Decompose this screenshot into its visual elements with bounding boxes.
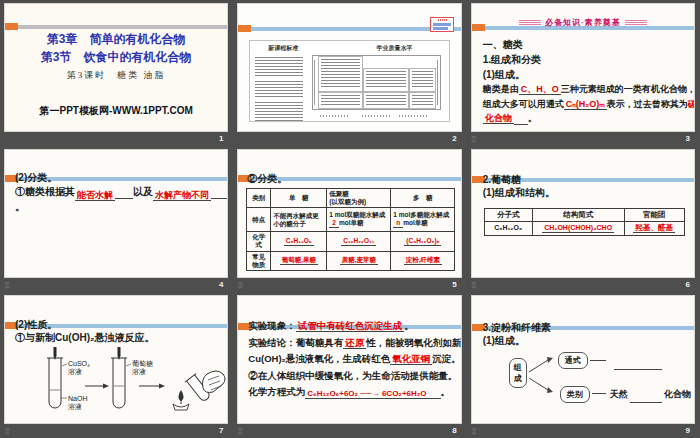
text-segment: 以及 (133, 186, 153, 197)
row-label: 常见物质 (247, 251, 271, 270)
heading-2: 1.组成和分类 (483, 53, 541, 67)
answer-fill: CH₂OH(CHOH)₄CHO (542, 224, 614, 232)
watermark-stamp-icon: ▒ (472, 426, 475, 436)
watermark-stamp-icon: ▒ (5, 280, 8, 290)
blank-line (115, 191, 133, 199)
chapter-title: 第3章 简单的有机化合物 (5, 31, 227, 48)
standards-table: 新课程标准 学业质量水平 (249, 40, 449, 122)
answer-fill: 葡萄糖,果糖 (280, 257, 318, 265)
axis-label (399, 115, 429, 117)
matrix-cell (363, 68, 409, 92)
table-header: 多 糖 (391, 189, 455, 208)
heading-1: 一、糖类 (483, 38, 523, 52)
answer-fill: 蔗糖,麦芽糖 (340, 257, 378, 265)
body-line-1: 实验现象：试管中有砖红色沉淀生成。 (248, 320, 414, 333)
text-segment: 组成大多可以用通式 (483, 99, 564, 109)
table-cell: C₆H₁₂O₆ (271, 232, 327, 251)
body-line-5: 化学方程式为C₆H₁₂O₆+6O₂ ──→ 6CO₂+6H₂O。 (248, 386, 450, 399)
table-cell: C₁₂H₂₂O₁₁ (327, 232, 391, 251)
table-cell: 不能再水解成更小的糖分子 (271, 208, 327, 232)
note-callout-box (430, 17, 454, 32)
text-segment: mol单糖 (403, 219, 428, 226)
answer-fill: 碳水 (688, 99, 695, 109)
blank-line (630, 395, 662, 403)
slide-thumbnail-1[interactable]: 第3章 简单的有机化合物 第3节 饮食中的有机化合物 第3课时 糖类 油脂 第一… (0, 0, 233, 146)
branch-arrows (528, 354, 554, 396)
heading-1: 2.葡萄糖 (483, 173, 521, 187)
reagent-label: NaOH (68, 395, 87, 402)
leaf-text: 天然 (610, 388, 628, 401)
blank-line (211, 191, 228, 199)
accent-orange-block (238, 25, 251, 32)
matrix-cell (409, 92, 435, 109)
callout-title-line (438, 19, 448, 21)
reagent-label: CuSO₄ (68, 360, 90, 367)
answer-fill: 淀粉,纤维素 (404, 257, 442, 265)
heading-1: (2)分类。 (15, 171, 57, 185)
matrix-cell (363, 92, 409, 109)
table-cell: 羟基、醛基 (624, 222, 684, 236)
slide-3-canvas: 必备知识·素养奠基 一、糖类 1.组成和分类 (1)组成。 糖类是由C、H、O三… (471, 3, 695, 132)
callout-highlight-line (433, 23, 451, 26)
reagent-label: 溶液 (68, 403, 82, 411)
banner-title: 必备知识·素养奠基 (545, 18, 621, 27)
matrix-cell (318, 56, 363, 92)
slide-thumbnail-7[interactable]: (2)性质。 ①与新制Cu(OH)₂悬浊液反应。 CuSO₄ 溶液 NaOH 溶… (0, 292, 233, 438)
axis-label (320, 115, 348, 117)
text-segment: 。 (404, 320, 414, 331)
table-header: 官能团 (624, 209, 684, 222)
table-cell: 淀粉,纤维素 (391, 251, 455, 270)
quality-matrix (312, 55, 440, 110)
text-segment: 。 (528, 113, 537, 123)
row-label: 化学式 (247, 232, 271, 251)
table-header: 分子式 (484, 209, 532, 222)
text-segment: 沉淀。 (432, 353, 461, 364)
answer-fill: n (393, 220, 403, 228)
slide-8-canvas: 实验现象：试管中有砖红色沉淀生成。 实验结论：葡萄糖具有还原性，能被弱氧化剂如新… (237, 295, 461, 424)
page-number: 1 (219, 133, 223, 145)
axis-label (362, 115, 392, 117)
experiment-diagram: CuSO₄ 溶液 NaOH 溶液 葡萄糖 溶液 (27, 346, 228, 420)
slide-thumbnail-8[interactable]: 实验现象：试管中有砖红色沉淀生成。 实验结论：葡萄糖具有还原性，能被弱氧化剂如新… (233, 292, 466, 438)
text-segment: 1 mol双糖能水解成 (329, 211, 385, 218)
table-cell: 1 mol双糖能水解成2mol单糖 (327, 208, 391, 232)
slide-thumbnail-4[interactable]: (2)分类。 ①糖类根据其能否水解以及水解产物不同进行分类 。 ▒ 4 (0, 146, 233, 292)
page-number: 6 (686, 279, 690, 291)
text-segment: 表示，过去曾称其为 (607, 99, 688, 109)
branch-node-formula: 通式 (558, 352, 588, 369)
slide-thumbnail-6[interactable]: 2.葡萄糖 (1)组成和结构。 分子式 结构简式 官能团 C₆H₁₂O₆ CH₂… (467, 146, 700, 292)
slide-thumbnail-9[interactable]: 3.淀粉和纤维素 (1)组成。 组 成 通式 类别 天然 化合物 ▒ 9 (467, 292, 700, 438)
table-header: 结构简式 (532, 209, 624, 222)
arrow-head (103, 384, 109, 389)
text-segment: 化学方程式为 (248, 386, 305, 397)
page-number: 9 (686, 425, 690, 437)
node-label: 成 (510, 373, 526, 384)
answer-fill: 2 (329, 220, 339, 228)
answer-fill: (C₆H₁₀O₅)ₙ (404, 238, 441, 246)
heading-1: ②分类。 (247, 172, 287, 186)
dropper-icon (54, 347, 57, 356)
body-line-1: 糖类是由C、H、O三种元素组成的一类有机化合物，其 (483, 83, 695, 96)
page-number: 7 (219, 425, 223, 437)
slide-thumbnail-2[interactable]: 新课程标准 学业质量水平 (233, 0, 466, 146)
page-number: 3 (686, 133, 690, 145)
body-line-4: ②在人体组织中缓慢氧化，为生命活动提供能量。 (248, 370, 457, 383)
table-cell: 1 mol多糖能水解成nmol单糖 (391, 208, 455, 232)
answer-fill: 氧化亚铜 (390, 354, 432, 365)
body-line-3: 化合物。 (483, 112, 537, 125)
text-segment: 1 mol多糖能水解成 (393, 211, 449, 218)
slide-thumbnail-3[interactable]: 必备知识·素养奠基 一、糖类 1.组成和分类 (1)组成。 糖类是由C、H、O三… (467, 0, 700, 146)
slide-thumbnail-5[interactable]: ②分类。 类别 单 糖 低聚糖 (以双糖为例) 多 糖 特点 不能再水解成更小的… (233, 146, 466, 292)
blank-line (614, 362, 662, 370)
watermark-stamp-icon: ▒ (472, 134, 475, 144)
heading-2: (1)组成和结构。 (483, 186, 555, 200)
title-divider-bar (5, 25, 227, 29)
answer-fill: 化合物 (483, 114, 514, 124)
heading-3: (1)组成。 (483, 68, 525, 82)
watermark-stamp-icon: ▒ (238, 280, 241, 290)
body-line-1: ①糖类根据其能否水解以及水解产物不同进行分类 (15, 185, 228, 199)
matrix-cell (409, 68, 435, 92)
placeholder-paragraph (255, 102, 303, 122)
label-leader (126, 364, 131, 366)
heading-1: (2)性质。 (15, 318, 57, 332)
